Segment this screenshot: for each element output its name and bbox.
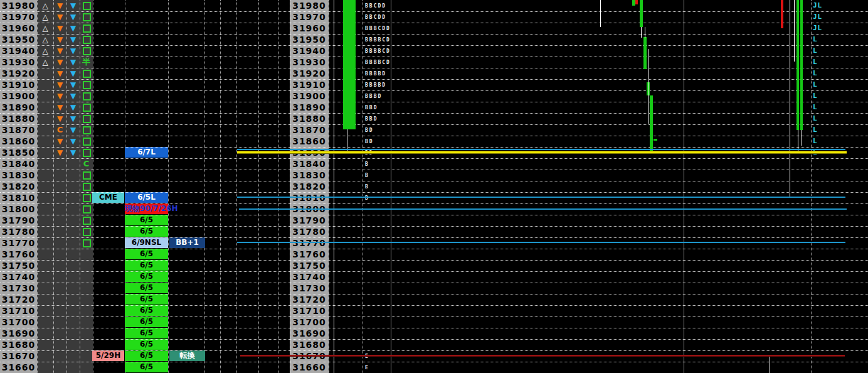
price-label-left[interactable]: 31950 [0,34,37,45]
marker-cell-green[interactable]: 6/5 [125,305,168,316]
marker-cell-teal[interactable]: 転換 [169,350,205,361]
price-label-left[interactable]: 31860 [0,136,37,147]
square-icon [83,239,91,247]
price-label-right[interactable]: 31920 [290,68,329,79]
marker-cell-green[interactable]: 6/5 [125,328,168,338]
down-triangle-icon: ▼ [66,113,80,124]
marker-cell-green[interactable]: 6/5 [125,350,168,361]
price-label-right[interactable]: 31820 [290,181,329,192]
price-label-left[interactable]: 31830 [0,170,37,181]
grid-hline-dotted [0,79,868,80]
candle-wick [645,27,645,38]
price-label-right[interactable]: 31910 [290,79,329,90]
letter-code: BBCDD [365,0,386,11]
price-label-left[interactable]: 31940 [0,45,37,57]
price-label-left[interactable]: 31880 [0,113,37,124]
price-label-left[interactable]: 31850 [0,147,37,158]
candle-body [640,0,643,27]
square-icon [83,228,91,236]
price-label-left[interactable]: 31910 [0,79,37,90]
price-label-left[interactable]: 31810 [0,192,37,203]
price-label-right[interactable]: 31750 [290,260,329,271]
c-mark-icon: C [53,124,66,136]
grid-hline-dotted [0,316,868,317]
price-label-right[interactable]: 31870 [290,124,329,136]
price-label-right[interactable]: 31710 [290,305,329,316]
price-label-left[interactable]: 31870 [0,124,37,136]
marker-cell-green[interactable]: 6/5 [125,294,168,305]
price-label-left[interactable]: 31710 [0,305,37,316]
price-label-right[interactable]: 31680 [290,339,329,350]
price-label-right[interactable]: 31740 [290,271,329,283]
price-label-right[interactable]: 31700 [290,316,329,328]
price-label-right[interactable]: 31960 [290,23,329,34]
marker-cell-green[interactable]: 6/5 [125,316,168,327]
price-label-right[interactable]: 31690 [290,328,329,339]
marker-cell-blue[interactable]: 6/5L [125,192,168,203]
price-label-left[interactable]: 31780 [0,226,37,237]
price-label-left[interactable]: 31690 [0,328,37,339]
price-label-left[interactable]: 31670 [0,350,37,362]
marker-cell-green[interactable]: 6/5 [125,260,168,271]
price-label-right[interactable]: 31860 [290,136,329,147]
marker-cell-green[interactable]: 6/5 [125,215,168,225]
price-label-left[interactable]: 31680 [0,339,37,350]
price-label-right[interactable]: 31760 [290,249,329,260]
down-triangle-icon: ▼ [66,136,80,147]
price-label-left[interactable]: 31800 [0,203,37,215]
price-label-right[interactable]: 31890 [290,102,329,113]
price-label-left[interactable]: 31700 [0,316,37,328]
square-icon [83,13,91,21]
marker-cell-lightblue[interactable]: 6/9NSL [125,237,168,248]
price-label-left[interactable]: 31970 [0,11,37,23]
marker-cell-green[interactable]: 6/5 [125,249,168,259]
price-label-right[interactable]: 31730 [290,283,329,294]
price-label-right[interactable]: 31720 [290,294,329,305]
marker-cell-red[interactable]: 現物90/7/26H [125,203,168,214]
price-label-left[interactable]: 31890 [0,102,37,113]
marker-cell-cyan[interactable]: CME [92,192,124,203]
price-label-left[interactable]: 31920 [0,68,37,79]
marker-cell-green[interactable]: 6/5 [125,226,168,237]
price-label-left[interactable]: 31760 [0,249,37,260]
price-label-right[interactable]: 31950 [290,34,329,45]
price-label-left[interactable]: 31930 [0,57,37,68]
price-label-left[interactable]: 31820 [0,181,37,192]
down-triangle-icon: ▼ [66,23,80,34]
price-label-left[interactable]: 31730 [0,283,37,294]
down-triangle-icon: ▼ [66,0,80,11]
up-triangle-icon: △ [37,0,53,11]
price-label-left[interactable]: 31840 [0,158,37,170]
price-label-left[interactable]: 31720 [0,294,37,305]
marker-cell-navy[interactable]: BB+1 [169,237,205,248]
price-label-left[interactable]: 31740 [0,271,37,283]
price-label-right[interactable]: 31940 [290,45,329,57]
price-label-right[interactable]: 31970 [290,11,329,23]
marker-cell-blue[interactable]: 6/7L [125,147,168,158]
marker-cell-pink[interactable]: 5/29H [92,350,124,361]
price-label-right[interactable]: 31770 [290,237,329,249]
price-label-right[interactable]: 31660 [290,362,329,373]
price-label-left[interactable]: 31660 [0,362,37,373]
price-label-right[interactable]: 31830 [290,170,329,181]
up-triangle-icon: △ [37,23,53,34]
price-label-left[interactable]: 31790 [0,215,37,226]
marker-cell-green[interactable]: 6/5 [125,339,168,350]
marker-cell-green[interactable]: 6/5 [125,283,168,293]
price-label-left[interactable]: 31960 [0,23,37,34]
price-label-right[interactable]: 31980 [290,0,329,11]
right-signal-label: L [813,34,818,45]
price-label-right[interactable]: 31780 [290,226,329,237]
price-label-right[interactable]: 31840 [290,158,329,170]
price-label-right[interactable]: 31790 [290,215,329,226]
marker-cell-green[interactable]: 6/5 [125,362,168,372]
price-label-left[interactable]: 31770 [0,237,37,249]
marker-cell-green[interactable]: 6/5 [125,271,168,282]
price-label-left[interactable]: 31980 [0,0,37,11]
price-label-left[interactable]: 31900 [0,90,37,102]
price-label-right[interactable]: 31880 [290,113,329,124]
price-label-left[interactable]: 31750 [0,260,37,271]
price-label-right[interactable]: 31930 [290,57,329,68]
price-label-right[interactable]: 31810 [290,192,329,203]
price-label-right[interactable]: 31900 [290,90,329,102]
